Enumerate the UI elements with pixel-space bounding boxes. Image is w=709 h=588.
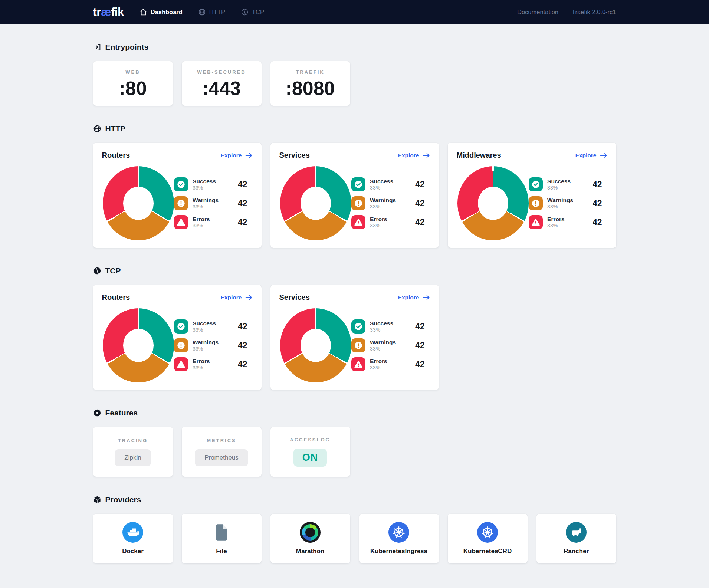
explore-label: Explore: [221, 294, 242, 301]
success-icon: [351, 177, 365, 191]
legend-percent: 33%: [193, 365, 210, 371]
file-icon: [211, 522, 232, 543]
nav-item-tcp[interactable]: TCP: [241, 8, 264, 16]
explore-link[interactable]: Explore: [575, 152, 607, 159]
feature-name: ACCESSLOG: [290, 437, 330, 443]
provider-name: KubernetesCRD: [463, 548, 512, 555]
legend-percent: 33%: [370, 204, 396, 210]
legend-row-errors: Errors33% 42: [529, 215, 602, 229]
legend-label: Warnings: [193, 339, 219, 346]
globe-icon: [93, 125, 101, 133]
provider-card-kubernetes-crd: KubernetesCRD: [448, 514, 528, 563]
provider-name: Marathon: [296, 548, 325, 555]
feature-card-tracing: TRACING Zipkin: [93, 427, 173, 477]
explore-link[interactable]: Explore: [398, 294, 430, 301]
legend-label: Success: [547, 178, 571, 185]
entrypoint-port: :80: [119, 79, 147, 98]
status-donut-chart: [103, 166, 174, 240]
status-legend: Success33% 42 Warnings33% 42 Errors33% 4…: [174, 177, 247, 229]
explore-label: Explore: [398, 152, 419, 159]
entrypoint-card-web: WEB :80: [93, 61, 173, 106]
legend-label: Warnings: [370, 339, 396, 346]
card-title: Services: [279, 293, 310, 302]
status-donut-chart: [280, 308, 352, 382]
card-title: Routers: [102, 293, 130, 302]
legend-value: 42: [593, 217, 602, 227]
documentation-link[interactable]: Documentation: [517, 9, 558, 16]
legend-percent: 33%: [193, 204, 219, 210]
success-icon: [351, 319, 365, 334]
legend-row-success: Success33% 42: [174, 319, 247, 334]
legend-label: Errors: [193, 216, 210, 223]
legend-row-warnings: Warnings33% 42: [351, 338, 424, 352]
status-legend: Success33% 42 Warnings33% 42 Errors33% 4…: [351, 177, 424, 229]
explore-link[interactable]: Explore: [221, 152, 253, 159]
nav-item-dashboard[interactable]: Dashboard: [139, 8, 183, 16]
feature-value-badge: Zipkin: [115, 449, 151, 466]
status-legend: Success33% 42 Warnings33% 42 Errors33% 4…: [174, 319, 247, 371]
http-section: HTTP Routers Explore Success33%: [93, 124, 616, 248]
legend-value: 42: [415, 217, 425, 227]
status-donut-chart: [457, 166, 529, 240]
legend-percent: 33%: [370, 223, 387, 229]
arrow-right-icon: [600, 152, 607, 158]
legend-percent: 33%: [370, 346, 396, 352]
provider-name: File: [216, 548, 227, 555]
legend-value: 42: [415, 198, 425, 208]
legend-label: Errors: [547, 216, 565, 223]
legend-value: 42: [593, 180, 602, 190]
legend-row-warnings: Warnings33% 42: [174, 338, 247, 352]
version-link[interactable]: Traefik 2.0.0-rc1: [572, 9, 616, 16]
logo-accent-text: æ: [101, 6, 111, 19]
nav-item-label: Dashboard: [151, 9, 183, 16]
warning-icon: [529, 196, 543, 210]
section-title: Features: [105, 408, 138, 417]
entrypoint-port: :443: [202, 79, 241, 98]
entrypoints-section: Entrypoints WEB :80 WEB-SECURED :443 TRA…: [93, 43, 616, 106]
legend-row-errors: Errors33% 42: [174, 215, 247, 229]
warning-icon: [174, 338, 188, 352]
provider-card-kubernetes-ingress: KubernetesIngress: [359, 514, 439, 563]
legend-percent: 33%: [370, 327, 393, 334]
legend-label: Success: [370, 320, 393, 327]
success-icon: [174, 319, 188, 334]
entrypoint-card-traefik: TRAEFIK :8080: [270, 61, 350, 106]
feature-name: TRACING: [118, 438, 148, 443]
success-icon: [529, 177, 543, 191]
legend-value: 42: [238, 359, 247, 369]
status-donut-chart: [280, 166, 352, 240]
legend-row-success: Success33% 42: [174, 177, 247, 191]
http-services-card: Services Explore Success33% 42: [270, 143, 439, 248]
legend-value: 42: [415, 322, 425, 332]
traefik-logo[interactable]: træfik: [93, 6, 124, 19]
card-title: Services: [279, 151, 310, 160]
arrow-right-icon: [245, 295, 253, 300]
explore-label: Explore: [398, 294, 419, 301]
feature-card-accesslog: ACCESSLOG ON: [270, 427, 350, 477]
entrypoint-name: TRAEFIK: [296, 69, 324, 75]
legend-row-errors: Errors33% 42: [174, 357, 247, 371]
provider-card-docker: Docker: [93, 514, 173, 563]
provider-card-rancher: Rancher: [536, 514, 616, 563]
explore-link[interactable]: Explore: [221, 294, 253, 301]
legend-row-success: Success33% 42: [529, 177, 602, 191]
feature-value-badge: Prometheus: [195, 449, 248, 466]
legend-row-success: Success33% 42: [351, 319, 424, 334]
nav-item-http[interactable]: HTTP: [198, 8, 225, 16]
feature-card-metrics: METRICS Prometheus: [182, 427, 262, 477]
home-icon: [139, 8, 147, 16]
globe-icon: [198, 8, 206, 16]
legend-percent: 33%: [193, 327, 216, 334]
error-icon: [351, 215, 365, 229]
legend-label: Success: [193, 320, 216, 327]
legend-value: 42: [238, 217, 247, 227]
features-section: Features TRACING Zipkin METRICS Promethe…: [93, 408, 616, 477]
legend-label: Errors: [370, 358, 387, 365]
status-legend: Success33% 42 Warnings33% 42 Errors33% 4…: [351, 319, 424, 371]
success-icon: [174, 177, 188, 191]
legend-label: Errors: [370, 216, 387, 223]
nav-item-label: HTTP: [209, 9, 225, 16]
error-icon: [174, 357, 188, 371]
legend-label: Success: [193, 178, 216, 185]
explore-link[interactable]: Explore: [398, 152, 430, 159]
